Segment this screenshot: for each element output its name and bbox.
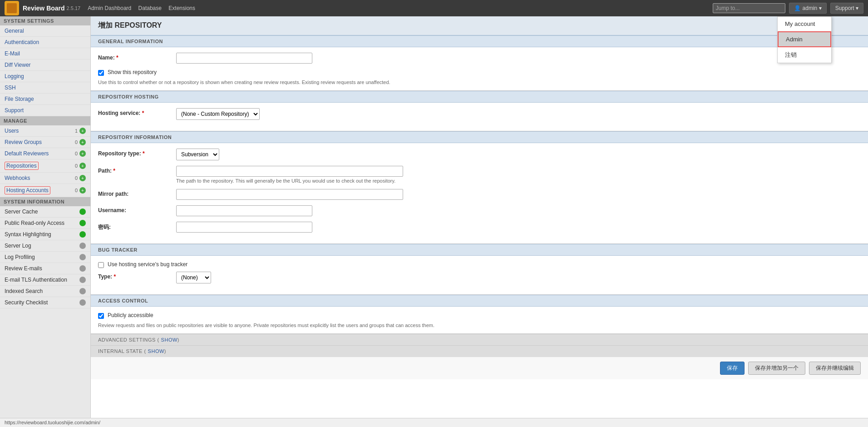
bug-tracker-type-control: (None) Bugzilla GitHub JIRA Trac	[176, 272, 861, 283]
mirror-path-control	[176, 189, 861, 200]
statusbar-url: https://reviewboard.tuoluoshijie.com/adm…	[5, 420, 100, 425]
sidebar-item-users[interactable]: Users 1 +	[0, 125, 90, 137]
admin-menu-button[interactable]: 👤 admin ▾	[789, 3, 827, 14]
default-reviewers-add-button[interactable]: +	[79, 150, 86, 157]
use-hosting-checkbox[interactable]	[98, 262, 104, 268]
app-version: 2.5.17	[67, 5, 81, 11]
general-info-section: GENERAL INFORMATION Name: * Show this re…	[91, 35, 868, 91]
repo-hosting-section: REPOSITORY HOSTING Hosting service: * (N…	[91, 91, 868, 131]
sidebar-item-diff-viewer[interactable]: Diff Viewer	[0, 60, 90, 71]
sidebar-item-server-cache: Server Cache	[0, 206, 90, 218]
sidebar-item-hosting-accounts[interactable]: Hosting Accounts 0 +	[0, 184, 90, 197]
save-button[interactable]: 保存	[720, 362, 745, 375]
nav-database[interactable]: Database	[138, 5, 162, 11]
sidebar-item-syntax-highlighting: Syntax Highlighting	[0, 229, 90, 240]
repo-type-label: Repository type: *	[98, 149, 171, 157]
username-row: Username:	[98, 205, 861, 216]
advanced-settings-header[interactable]: ADVANCED SETTINGS (SHOW)	[91, 334, 868, 345]
path-control: The path to the repository. This will ge…	[176, 166, 861, 184]
email-tls-status	[79, 277, 86, 283]
repo-type-select[interactable]: Subversion Git Mercurial CVS Perforce	[176, 149, 219, 160]
review-groups-count: 0	[75, 139, 78, 145]
dropdown-logout[interactable]: 注销	[778, 47, 831, 63]
name-input[interactable]	[176, 53, 312, 64]
sidebar-item-authentication[interactable]: Authentication	[0, 37, 90, 48]
review-groups-add-button[interactable]: +	[79, 139, 86, 145]
username-input[interactable]	[176, 205, 312, 216]
hosting-service-label: Hosting service: *	[98, 108, 171, 116]
hosting-accounts-add-button[interactable]: +	[79, 187, 86, 194]
support-button[interactable]: Support ▾	[830, 3, 863, 14]
sidebar-item-server-log: Server Log	[0, 240, 90, 252]
manage-title: MANAGE	[0, 116, 90, 125]
bug-tracker-body: Use hosting service's bug tracker Type: …	[91, 256, 868, 294]
repo-info-header: REPOSITORY INFORMATION	[91, 131, 868, 143]
bug-tracker-type-select[interactable]: (None) Bugzilla GitHub JIRA Trac	[176, 272, 211, 283]
sidebar-item-repositories[interactable]: Repositories 0 +	[0, 159, 90, 173]
username-label: Username:	[98, 205, 171, 214]
repositories-add-button[interactable]: +	[79, 163, 86, 169]
general-info-body: Name: * Show this repository Use this to…	[91, 47, 868, 90]
password-control	[176, 222, 861, 233]
sidebar-item-ssh[interactable]: SSH	[0, 82, 90, 94]
sidebar-item-email-tls: E-mail TLS Authentication	[0, 274, 90, 286]
name-row: Name: *	[98, 53, 861, 64]
path-input[interactable]	[176, 166, 403, 177]
nav-admin-dashboard[interactable]: Admin Dashboard	[88, 5, 131, 11]
show-repo-row: Show this repository	[98, 69, 861, 76]
password-input[interactable]	[176, 222, 312, 233]
save-and-add-button[interactable]: 保存并增加另一个	[748, 362, 805, 375]
dropdown-my-account[interactable]: My account	[778, 17, 831, 31]
sidebar-item-support[interactable]: Support	[0, 105, 90, 116]
internal-state-show-link[interactable]: SHOW	[148, 348, 164, 354]
jump-to-input[interactable]	[713, 3, 785, 13]
sidebar-item-review-emails: Review E-mails	[0, 263, 90, 274]
publicly-accessible-checkbox[interactable]	[98, 313, 104, 319]
path-row: Path: * The path to the repository. This…	[98, 166, 861, 184]
statusbar: https://reviewboard.tuoluoshijie.com/adm…	[0, 418, 868, 427]
webhooks-add-button[interactable]: +	[79, 175, 86, 181]
sidebar-item-logging[interactable]: Logging	[0, 71, 90, 82]
syntax-highlighting-status	[79, 231, 86, 238]
users-add-button[interactable]: +	[79, 128, 86, 134]
sidebar-item-email[interactable]: E-Mail	[0, 48, 90, 60]
hosting-service-control: (None - Custom Repository)	[176, 108, 861, 120]
show-repo-help: Use this to control whether or not a rep…	[98, 79, 416, 85]
repo-type-row: Repository type: * Subversion Git Mercur…	[98, 149, 861, 160]
use-hosting-label: Use hosting service's bug tracker	[108, 261, 187, 268]
sidebar-item-webhooks[interactable]: Webhooks 0 +	[0, 173, 90, 184]
page-title: 增加 REPOSITORY	[98, 21, 861, 30]
log-profiling-status	[79, 254, 86, 260]
advanced-settings-show-link[interactable]: SHOW	[161, 337, 178, 343]
advanced-settings-title: ADVANCED SETTINGS	[98, 337, 156, 343]
admin-user-icon: 👤	[794, 5, 801, 11]
repo-hosting-header: REPOSITORY HOSTING	[91, 91, 868, 103]
action-row: 保存 保存并增加另一个 保存并继续编辑	[91, 357, 868, 379]
sidebar-item-default-reviewers[interactable]: Default Reviewers 0 +	[0, 148, 90, 159]
use-hosting-row: Use hosting service's bug tracker	[98, 261, 861, 268]
header-right: 👤 admin ▾ Support ▾	[713, 3, 863, 14]
password-row: 密码:	[98, 222, 861, 233]
save-and-continue-button[interactable]: 保存并继续编辑	[809, 362, 861, 375]
webhooks-count: 0	[75, 175, 78, 181]
nav-extensions[interactable]: Extensions	[168, 5, 195, 11]
bug-tracker-type-row: Type: * (None) Bugzilla GitHub JIRA Trac	[98, 272, 861, 283]
hosting-service-row: Hosting service: * (None - Custom Reposi…	[98, 108, 861, 120]
system-info-title: SYSTEM INFORMATION	[0, 197, 90, 206]
hosting-service-select[interactable]: (None - Custom Repository)	[176, 108, 260, 120]
show-repo-checkbox[interactable]	[98, 70, 104, 76]
sidebar-item-review-groups[interactable]: Review Groups 0 +	[0, 137, 90, 148]
system-settings-title: SYSTEM SETTINGS	[0, 16, 90, 25]
mirror-path-input[interactable]	[176, 189, 403, 200]
internal-state-header[interactable]: INTERNAL STATE (SHOW)	[91, 345, 868, 357]
repo-type-control: Subversion Git Mercurial CVS Perforce	[176, 149, 861, 160]
hosting-accounts-count: 0	[75, 188, 78, 193]
repo-info-body: Repository type: * Subversion Git Mercur…	[91, 143, 868, 243]
dropdown-admin[interactable]: Admin	[778, 31, 831, 47]
general-info-header: GENERAL INFORMATION	[91, 35, 868, 47]
sidebar-item-indexed-search: Indexed Search	[0, 286, 90, 297]
mirror-path-label: Mirror path:	[98, 189, 171, 197]
sidebar-item-file-storage[interactable]: File Storage	[0, 94, 90, 105]
sidebar-item-general[interactable]: General	[0, 25, 90, 37]
access-control-help: Review requests and files on public repo…	[98, 323, 461, 328]
